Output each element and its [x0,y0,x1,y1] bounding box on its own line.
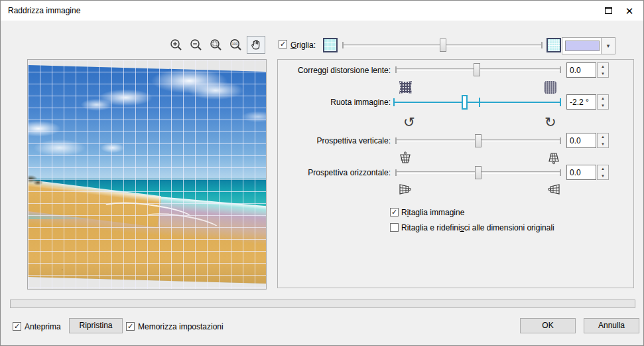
zoom-in-button[interactable] [167,36,186,54]
zoom-100-button[interactable]: 100 [227,36,245,54]
zoom-out-button[interactable] [187,36,206,54]
rotate-image-slider-thumb[interactable] [462,95,468,110]
alignment-grid-overlay [28,60,266,289]
lens-distortion-label: Correggi distorsione lente: [281,66,391,75]
vertical-perspective-input[interactable] [566,133,596,148]
vertical-perspective-spinbox: ▲ ▼ [566,133,609,148]
zoom-in-icon [169,38,184,52]
horizontal-perspective-label: Prospettiva orizzontale: [281,168,391,177]
lens-distortion-slider[interactable] [395,62,561,78]
grid-size-slider[interactable] [342,37,543,53]
crop-image-checkbox[interactable]: ✓ [390,208,399,216]
lens-distortion-input[interactable] [566,62,596,78]
pan-button[interactable] [247,36,265,54]
pan-hand-icon [249,38,263,52]
horizontal-perspective-input[interactable] [566,165,596,180]
grid-fine-icon [547,38,561,52]
rotate-image-spinbox: ▲ ▼ [566,94,609,110]
grid-checkbox[interactable]: ✓ [279,40,287,48]
rotate-cw-icon[interactable]: ↻ [545,115,556,130]
cancel-button[interactable]: Annulla [584,318,639,333]
grid-color-picker[interactable]: ▾ [562,37,615,54]
crop-resample-checkbox[interactable]: ✓ [390,223,399,232]
horizontal-perspective-spinner: ▲ ▼ [597,165,609,180]
grid-label: Griglia: [290,41,316,50]
remember-settings-checkbox[interactable]: ✓ [126,322,135,331]
horizontal-perspective-spinbox: ▲ ▼ [566,165,609,180]
vertical-perspective-label: Prospettiva verticale: [281,136,391,145]
remember-settings-label: Memorizza impostazioni [138,322,224,331]
grid-coarse-icon [323,38,338,52]
close-button[interactable]: ✕ [621,5,638,18]
spin-up-icon[interactable]: ▲ [598,135,608,139]
zoom-out-icon [189,38,204,52]
perspective-horizontal-right-icon [547,182,561,197]
zoom-to-fit-icon [209,38,224,52]
maximize-button[interactable] [600,5,617,18]
crop-image-label: Ritaglia immagine [401,208,464,217]
dropdown-arrow-icon[interactable]: ▾ [601,38,615,54]
perspective-horizontal-left-icon [398,182,413,197]
image-preview[interactable] [27,59,267,290]
ok-button[interactable]: OK [520,318,576,333]
perspective-vertical-top-icon [398,151,413,165]
vertical-perspective-slider-thumb[interactable] [475,134,482,147]
zoom-to-fit-button[interactable] [207,36,225,54]
spin-up-icon[interactable]: ▲ [598,167,608,171]
straighten-image-dialog: Raddrizza immagine ✕ 100 [0,0,644,346]
horizontal-perspective-slider-thumb[interactable] [475,166,482,179]
spin-down-icon[interactable]: ▼ [598,72,608,76]
rotate-ccw-icon[interactable]: ↺ [403,115,415,130]
grid-color-swatch [565,41,600,51]
rotate-image-input[interactable] [566,94,596,110]
dialog-title: Raddrizza immagine [8,6,80,15]
spin-down-icon[interactable]: ▼ [598,174,608,178]
spin-up-icon[interactable]: ▲ [598,64,608,68]
slider-center-tick [479,98,480,107]
lens-distortion-slider-thumb[interactable] [474,63,480,76]
progress-bar [10,300,635,308]
lens-distortion-spinbox: ▲ ▼ [566,62,609,78]
barrel-distortion-icon [544,81,556,94]
vertical-perspective-spinner: ▲ ▼ [597,133,609,148]
title-bar: Raddrizza immagine ✕ [1,1,643,21]
reset-button[interactable]: Ripristina [69,318,123,333]
spin-down-icon[interactable]: ▼ [598,104,608,108]
spin-down-icon[interactable]: ▼ [598,142,608,146]
crop-resample-label: Ritaglia e ridefinisci alle dimensioni o… [401,223,554,232]
preview-checkbox[interactable]: ✓ [13,322,21,331]
preview-label: Anteprima [25,322,61,331]
maximize-icon [605,7,612,14]
grid-size-slider-thumb[interactable] [440,39,446,52]
rotate-image-label: Ruota immagine: [281,98,391,107]
horizontal-perspective-slider[interactable] [395,165,561,181]
vertical-perspective-slider[interactable] [395,133,561,149]
rotate-image-spinner: ▲ ▼ [597,94,609,110]
svg-text:100: 100 [232,42,238,46]
lens-distortion-spinner: ▲ ▼ [597,62,609,78]
perspective-vertical-bottom-icon [547,151,561,165]
pincushion-distortion-icon [399,81,412,94]
spin-up-icon[interactable]: ▲ [598,96,608,100]
zoom-100-icon: 100 [229,38,243,52]
rotate-image-slider[interactable] [393,94,561,110]
